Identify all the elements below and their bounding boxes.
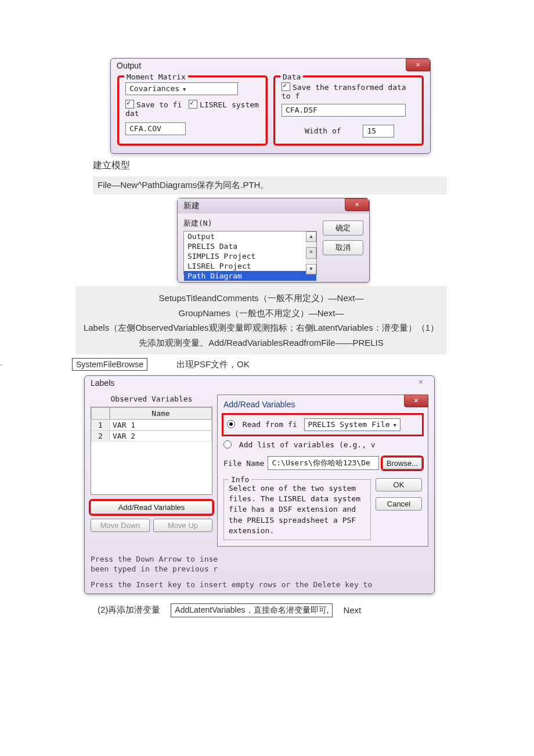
psf-note: 出现PSF文件，OK — [176, 359, 250, 370]
scroll-up-icon[interactable]: ▲ — [306, 231, 316, 242]
save-transformed-checkbox[interactable] — [282, 82, 290, 91]
margin-char: 。 — [0, 358, 7, 368]
observed-variables-panel: Observed Variables Name 1 VAR 1 2 VAR 2 — [91, 395, 212, 547]
ok-button[interactable]: OK — [376, 478, 422, 491]
move-down-button[interactable]: Move Down — [91, 519, 150, 532]
add-read-variables-button[interactable]: Add/Read Variables — [91, 501, 212, 514]
file-name-label: File Name — [223, 459, 264, 468]
moment-matrix-group: Moment Matrix Covariances Save to fi LIS… — [119, 77, 266, 144]
close-icon[interactable]: ✕ — [406, 59, 430, 71]
add-list-label: Add list of variables (e.g., v — [239, 440, 376, 449]
hint-line-2: been typed in the previous r — [85, 565, 434, 574]
system-file-browse-box: SystemFileBrowse — [72, 358, 147, 371]
save-transformed-label: Save the transformed data to f — [282, 83, 406, 100]
width-input[interactable]: 15 — [363, 125, 394, 138]
hint-line-1: Press the Down Arrow to inse — [85, 552, 434, 565]
table-row[interactable]: 1 VAR 1 — [91, 419, 212, 431]
list-item-selected[interactable]: Path Diagram — [184, 271, 316, 281]
gray-instructions: SetupsTitleandComments（一般不用定义）—Next— Gro… — [75, 286, 447, 355]
new-dialog-title: 新建 — [178, 198, 369, 214]
data-legend: Data — [280, 73, 303, 81]
save-to-fi-checkbox[interactable] — [125, 100, 134, 108]
width-label: Width of — [305, 126, 341, 135]
output-dialog: Output ✕ Moment Matrix Covariances Save … — [110, 58, 431, 154]
data-group: Data Save the transformed data to f CFA.… — [275, 77, 422, 144]
footer-right: Next — [343, 605, 361, 615]
new-type-listbox[interactable]: Output PRELIS Data SIMPLIS Project LISRE… — [183, 231, 317, 275]
new-dialog: 新建 ✕ 新建(N) Output PRELIS Data SIMPLIS Pr… — [177, 198, 370, 283]
footer-line: (2)再添加潜变量 AddLatentVariables，直接命名潜变量即可, … — [98, 603, 447, 617]
table-row[interactable]: 2 VAR 2 — [91, 431, 212, 442]
labels-dialog-title: Labels — [85, 376, 434, 390]
list-item[interactable]: Output — [184, 231, 316, 241]
observed-table: Name 1 VAR 1 2 VAR 2 — [91, 407, 212, 495]
scroll-down-icon[interactable]: ▼ — [306, 264, 316, 274]
footer-left: (2)再添加潜变量 — [98, 605, 160, 616]
read-from-file-radio[interactable] — [227, 420, 235, 428]
add-list-radio[interactable] — [223, 440, 232, 448]
save-to-fi-label: Save to fi — [136, 100, 182, 109]
info-legend: Info — [229, 475, 251, 485]
list-item[interactable]: SIMPLIS Project — [184, 251, 316, 261]
browse-button[interactable]: Browse... — [383, 457, 422, 469]
hint-line-3: Press the Insert key to insert empty row… — [85, 578, 434, 594]
list-item[interactable]: PRELIS Data — [184, 241, 316, 251]
ok-button[interactable]: 确定 — [323, 220, 363, 236]
close-icon[interactable]: ✕ — [412, 377, 430, 386]
cov-file-input[interactable]: CFA.COV — [125, 122, 186, 135]
observed-header: Observed Variables — [91, 395, 212, 403]
cancel-button[interactable]: Cancel — [376, 497, 422, 511]
read-from-label: Read from fi — [243, 420, 297, 429]
name-column-header: Name — [110, 407, 212, 419]
row-psf: 。 SystemFileBrowse 出现PSF文件，OK — [75, 358, 447, 371]
close-icon[interactable]: ✕ — [404, 395, 428, 407]
file-name-input[interactable]: C:\Users\你你哈哈123\De — [268, 456, 378, 470]
move-up-button[interactable]: Move Up — [153, 519, 212, 532]
cancel-button[interactable]: 取消 — [323, 240, 363, 255]
labels-dialog: Labels ✕ Observed Variables Name 1 VAR 1… — [84, 375, 435, 594]
list-item[interactable]: LISREL Project — [184, 261, 316, 271]
new-label: 新建(N) — [183, 218, 317, 229]
moment-matrix-legend: Moment Matrix — [124, 73, 188, 81]
output-dialog-title: Output — [111, 59, 430, 73]
add-read-title: Add/Read Variables — [223, 400, 422, 409]
step-new: File—New^PathDiagrams保存为同名.PTH。 — [93, 176, 447, 194]
add-read-variables-dialog: Add/Read Variables ✕ Read from fi PRELIS… — [217, 395, 428, 547]
scrollbar[interactable]: ▲ ≡ ▼ — [306, 231, 316, 274]
info-box: Info Select one of the two system files.… — [223, 479, 371, 540]
footer-mid-box: AddLatentVariables，直接命名潜变量即可, — [171, 603, 333, 617]
info-text: Select one of the two system files. The … — [229, 484, 360, 535]
scroll-thumb[interactable]: ≡ — [306, 247, 316, 259]
read-from-select[interactable]: PRELIS System File — [304, 418, 400, 431]
close-icon[interactable]: ✕ — [345, 198, 369, 211]
dsf-file-input[interactable]: CFA.DSF — [282, 104, 406, 117]
lisrel-sys-checkbox[interactable] — [189, 100, 197, 108]
moment-matrix-select[interactable]: Covariances — [125, 82, 238, 95]
caption-model: 建立模型 — [93, 160, 447, 172]
